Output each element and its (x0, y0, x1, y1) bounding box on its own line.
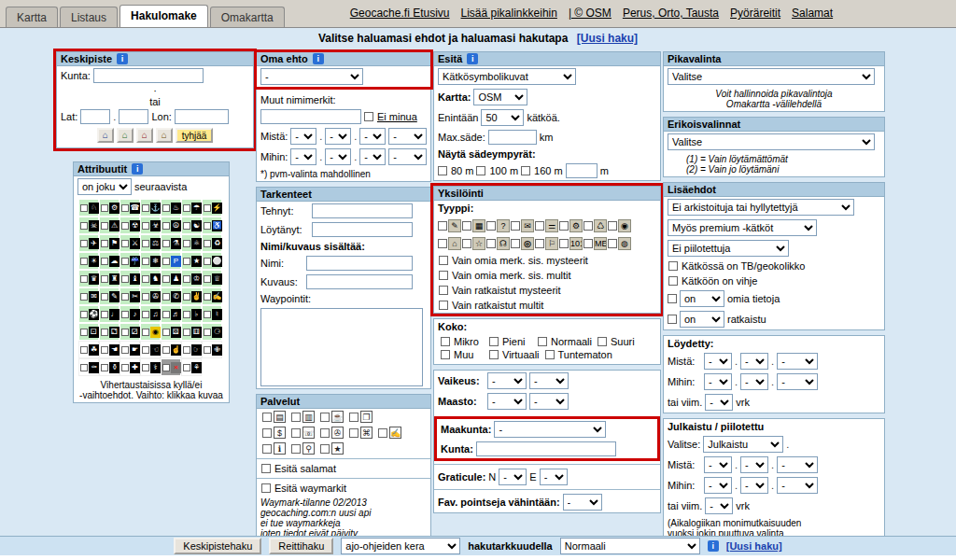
max-sade-input[interactable] (488, 130, 537, 145)
attribute-toggle-cell[interactable]: ⚛ (181, 234, 202, 252)
attribute-checkbox[interactable] (204, 293, 211, 301)
attribute-checkbox[interactable] (142, 329, 149, 336)
service-icon[interactable]: ✍ (389, 427, 401, 439)
attribute-checkbox[interactable] (80, 222, 88, 230)
cache-type-toggle[interactable]: ♺ (583, 217, 608, 234)
service-checkbox[interactable] (320, 444, 330, 454)
koko-option[interactable]: Muu (438, 348, 486, 361)
attribute-icon[interactable]: ✚ (130, 362, 140, 373)
attribute-toggle-cell[interactable]: ✈ (78, 234, 99, 252)
attribute-toggle-cell[interactable]: ♮ (202, 305, 222, 323)
attribute-toggle-cell[interactable]: ♪ (120, 305, 140, 323)
cache-type-icon[interactable]: ? (497, 219, 510, 232)
attribute-icon[interactable]: ✇ (150, 291, 161, 302)
attribute-toggle-cell[interactable]: × (161, 358, 181, 376)
service-checkbox[interactable] (320, 428, 330, 438)
attribute-icon[interactable]: ⚽ (89, 309, 99, 320)
attribute-toggle-cell[interactable]: ⚓ (140, 199, 161, 217)
cache-type-checkbox[interactable] (608, 221, 617, 231)
attribute-checkbox[interactable] (80, 258, 88, 265)
attribute-toggle-cell[interactable]: ♻ (202, 234, 222, 252)
attribute-toggle-cell[interactable]: ✇ (140, 287, 161, 305)
radius-160-checkbox[interactable] (521, 166, 530, 175)
cache-type-checkbox[interactable] (462, 239, 471, 248)
attribute-toggle-cell[interactable]: ⚱ (99, 358, 120, 376)
attribute-icon[interactable]: ⚖ (150, 238, 161, 249)
cache-type-checkbox[interactable] (438, 239, 447, 248)
nav-tab[interactable]: Omakartta (210, 7, 285, 27)
service-icon[interactable]: ⚲ (302, 442, 315, 455)
attribute-icon[interactable]: ♔ (191, 273, 202, 285)
attribute-icon[interactable]: ⚔ (130, 238, 140, 249)
kuvaus-input[interactable] (306, 274, 413, 289)
attribute-icon[interactable]: ♨ (171, 203, 181, 214)
attribute-checkbox[interactable] (101, 240, 108, 247)
attribute-checkbox[interactable] (204, 329, 211, 336)
attribute-icon[interactable]: ⚪ (212, 256, 222, 267)
attribute-toggle-cell[interactable]: ☎ (120, 199, 140, 217)
cache-type-toggle[interactable]: ◍ (608, 234, 632, 252)
ajo-ohjeet-select[interactable]: ajo-ohjeiden kera (341, 538, 460, 554)
hakutarkkuus-select[interactable]: Normaali (560, 538, 700, 554)
attribute-checkbox[interactable] (121, 222, 129, 230)
mihin-year-select[interactable]: - (359, 148, 386, 165)
yksilointi-option[interactable]: Vain omia merk. sis. mysteerit (434, 253, 660, 268)
vaikeus-op-select[interactable]: - (487, 372, 527, 389)
radius-100-option[interactable]: 100 m (476, 165, 518, 176)
cache-type-icon[interactable]: ◎ (521, 237, 534, 250)
service-icon[interactable]: ☕ (331, 411, 344, 423)
attribute-checkbox[interactable] (121, 346, 129, 354)
cache-type-icon[interactable]: MEGA (594, 237, 607, 250)
cache-type-toggle[interactable]: ▦ (462, 217, 486, 234)
info-icon[interactable]: i (132, 163, 143, 175)
cache-type-icon[interactable]: ☆ (472, 237, 485, 250)
radius-custom-input[interactable] (566, 163, 598, 178)
attribute-icon[interactable]: ◉ (150, 327, 161, 338)
esita-waymarkit-option[interactable]: Esitä waymarkit (257, 481, 430, 496)
attribute-icon[interactable]: ⚱ (109, 362, 120, 373)
attribute-checkbox[interactable] (142, 258, 149, 265)
nav-tab[interactable]: Listaus (60, 7, 118, 27)
mista-day-select[interactable]: - (290, 128, 316, 145)
omia-tietoja-checkbox[interactable] (668, 294, 677, 303)
set-center-marker-button[interactable]: ⌂ (97, 128, 114, 143)
attribute-toggle-cell[interactable]: ◉ (140, 323, 161, 341)
ei-minua-option[interactable]: Ei minua (364, 111, 417, 122)
attribute-icon[interactable]: ⚑ (109, 238, 120, 249)
attribute-toggle-cell[interactable]: ⚔ (120, 234, 140, 252)
vihje-checkbox[interactable] (668, 276, 678, 286)
attribute-toggle-cell[interactable]: ☘ (78, 341, 99, 358)
attribute-checkbox[interactable] (204, 222, 211, 230)
attribute-checkbox[interactable] (183, 329, 190, 336)
attribute-icon[interactable]: ♬ (171, 309, 181, 320)
attribute-checkbox[interactable] (204, 311, 211, 318)
attribute-checkbox[interactable] (183, 275, 190, 283)
loydetty-viim-select[interactable]: - (705, 394, 733, 411)
attribute-icon[interactable]: ⚗ (171, 238, 181, 249)
service-checkbox[interactable] (291, 428, 301, 438)
attribute-toggle-cell[interactable]: ♕ (202, 270, 222, 287)
attribute-icon[interactable]: ♮ (212, 309, 222, 320)
yksilointi-checkbox[interactable] (439, 256, 448, 265)
mihin-extra-select[interactable]: - (388, 148, 427, 165)
attribute-checkbox[interactable] (121, 311, 129, 318)
nimimerkit-input[interactable] (260, 109, 361, 124)
attribute-checkbox[interactable] (80, 346, 88, 354)
attribute-icon[interactable]: ♟ (171, 273, 181, 285)
fav-select[interactable]: - (563, 494, 602, 511)
service-toggle[interactable]: ▥ (291, 411, 315, 423)
julkaistu-viim-select[interactable]: - (705, 497, 733, 514)
attribute-checkbox[interactable] (162, 204, 170, 212)
service-toggle[interactable]: $ (262, 427, 286, 439)
arkistoidut-select[interactable]: Ei arkistoituja tai hyllytettyjä (668, 199, 854, 216)
mista-extra-select[interactable]: - (388, 128, 427, 145)
attribute-toggle-cell[interactable]: ⚡ (202, 199, 222, 217)
attribute-checkbox[interactable] (162, 222, 170, 230)
cache-type-icon[interactable]: ⚙ (569, 219, 583, 232)
attribute-checkbox[interactable] (183, 311, 190, 318)
cache-type-checkbox[interactable] (511, 221, 520, 231)
attribute-toggle-cell[interactable]: ⚁ (99, 323, 120, 341)
header-link[interactable]: Salamat (792, 7, 833, 20)
lat-min-input[interactable] (119, 109, 148, 124)
attribute-checkbox[interactable] (204, 204, 211, 212)
